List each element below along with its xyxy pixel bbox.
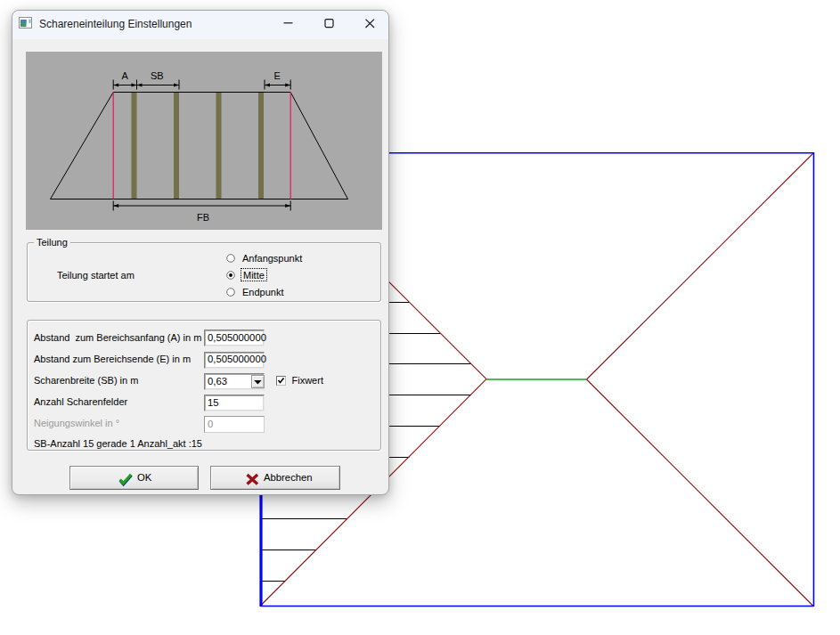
svg-text:A: A [122,70,129,81]
svg-text:SB: SB [151,70,164,81]
svg-text:FB: FB [197,211,209,222]
svg-text:E: E [274,70,281,81]
